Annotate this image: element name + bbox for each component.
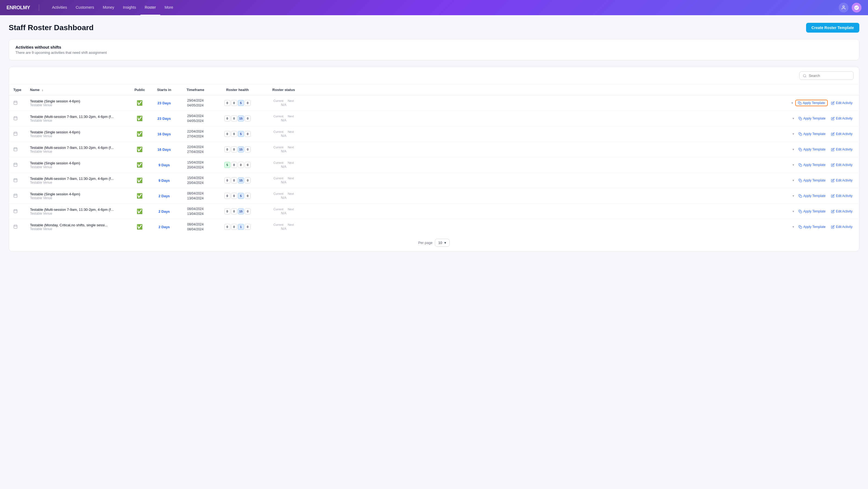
- edit-activity-button[interactable]: Edit Activity: [829, 162, 855, 168]
- svg-rect-42: [14, 225, 17, 228]
- cell-health: 0050: [213, 126, 262, 142]
- row-chevron-button[interactable]: ▾: [792, 208, 795, 214]
- table-row: Testable (Multi-session 7-9am, 11:30-2pm…: [9, 111, 859, 126]
- edit-activity-icon: [831, 117, 835, 120]
- roster-na-value: N/A: [281, 118, 286, 122]
- edit-activity-button[interactable]: Edit Activity: [829, 115, 855, 122]
- edit-activity-icon: [831, 163, 835, 167]
- row-chevron-button[interactable]: ▾: [792, 116, 795, 121]
- cell-starts-in: 2 Days: [151, 204, 178, 219]
- cell-name: Testable (Single session 4-6pm)Testable …: [26, 188, 129, 204]
- health-badge: 0: [224, 146, 230, 152]
- cell-actions: ▾ Apply Template Edit Activity: [305, 111, 859, 126]
- per-page-chevron: ▾: [444, 241, 446, 245]
- next-label: Next: [288, 115, 294, 118]
- nav-activities[interactable]: Activities: [48, 0, 71, 15]
- public-check-icon: ✅: [136, 131, 143, 136]
- cell-starts-in: 2 Days: [151, 188, 178, 204]
- health-badge: 15: [238, 208, 244, 214]
- col-header-health: Roster health: [213, 85, 262, 95]
- edit-activity-button[interactable]: Edit Activity: [829, 193, 855, 199]
- edit-activity-button[interactable]: Edit Activity: [829, 208, 855, 215]
- apply-template-button[interactable]: Apply Template: [796, 146, 828, 153]
- cell-type: [9, 95, 26, 111]
- current-label: Current: [274, 130, 283, 133]
- health-badge: 0: [224, 193, 230, 199]
- apply-template-button[interactable]: Apply Template: [795, 100, 828, 106]
- cell-public: ✅: [129, 111, 151, 126]
- per-page-select[interactable]: 10 ▾: [435, 239, 450, 247]
- nav-logo: ENROLMY: [6, 5, 30, 10]
- apply-template-button[interactable]: Apply Template: [796, 208, 828, 215]
- svg-rect-7: [14, 117, 17, 120]
- search-input[interactable]: [809, 73, 850, 78]
- table-row: Testable (Multi-session 7-9am, 11:30-2pm…: [9, 173, 859, 188]
- public-check-icon: ✅: [136, 147, 143, 152]
- row-chevron-button[interactable]: ▾: [792, 131, 795, 137]
- edit-activity-button[interactable]: Edit Activity: [829, 131, 855, 137]
- timeframe-dates: 15/04/202420/04/2024: [182, 160, 209, 170]
- apply-template-button[interactable]: Apply Template: [796, 223, 828, 230]
- cell-public: ✅: [129, 157, 151, 173]
- cell-starts-in: 9 Days: [151, 157, 178, 173]
- apply-template-icon: [799, 132, 802, 136]
- current-label: Current: [274, 208, 283, 211]
- apply-template-button[interactable]: Apply Template: [796, 177, 828, 184]
- action-buttons: ▾ Apply Template Edit Activity: [310, 162, 855, 168]
- row-chevron-button[interactable]: ▾: [792, 224, 795, 230]
- health-badges: 00150: [217, 177, 257, 183]
- nav-customers[interactable]: Customers: [71, 0, 99, 15]
- cell-health: 00150: [213, 204, 262, 219]
- search-box: [799, 71, 854, 80]
- avatar[interactable]: [852, 3, 862, 12]
- roster-na-value: N/A: [281, 149, 286, 153]
- nav-roster[interactable]: Roster: [141, 0, 160, 15]
- svg-point-1: [803, 74, 806, 77]
- activity-name: Testable (Multi-session 7-9am, 11:30-2pm…: [30, 115, 124, 119]
- svg-rect-2: [14, 101, 17, 104]
- cell-roster-status: Current Next N/A: [262, 111, 305, 126]
- edit-activity-button[interactable]: Edit Activity: [829, 223, 855, 230]
- cell-timeframe: 29/04/202404/05/2024: [178, 95, 213, 111]
- svg-rect-36: [800, 195, 802, 197]
- edit-activity-button[interactable]: Edit Activity: [829, 177, 855, 184]
- apply-template-button[interactable]: Apply Template: [796, 193, 828, 199]
- roster-status: Current Next N/A: [266, 177, 301, 184]
- action-buttons: ▾ Apply Template Edit Activity: [310, 208, 855, 215]
- activity-name: Testable (Multi-session 7-9am, 11:30-2pm…: [30, 177, 124, 181]
- nav-more[interactable]: More: [160, 0, 178, 15]
- health-badge: 5: [224, 162, 230, 168]
- starts-days-value: 2 Days: [158, 210, 170, 214]
- row-chevron-button[interactable]: ▾: [790, 100, 794, 106]
- create-roster-template-button[interactable]: Create Roster Template: [806, 23, 859, 33]
- alert-title: Activities without shifts: [16, 45, 852, 50]
- row-chevron-button[interactable]: ▾: [792, 177, 795, 183]
- cell-health: 0050: [213, 95, 262, 111]
- apply-template-button[interactable]: Apply Template: [796, 115, 828, 122]
- row-chevron-button[interactable]: ▾: [792, 162, 795, 168]
- health-badges: 00150: [217, 146, 257, 152]
- nav-money[interactable]: Money: [98, 0, 118, 15]
- cell-starts-in: 16 Days: [151, 126, 178, 142]
- roster-status-labels: Current Next: [274, 192, 294, 195]
- edit-activity-button[interactable]: Edit Activity: [829, 100, 855, 106]
- cell-type: [9, 173, 26, 188]
- cell-type: [9, 111, 26, 126]
- health-badges: 5000: [217, 162, 257, 168]
- cell-starts-in: 23 Days: [151, 111, 178, 126]
- action-buttons: ▾ Apply Template Edit Activity: [310, 115, 855, 122]
- apply-template-button[interactable]: Apply Template: [796, 162, 828, 168]
- apply-template-button[interactable]: Apply Template: [796, 131, 828, 137]
- nav-insights[interactable]: Insights: [118, 0, 140, 15]
- activity-name: Testable (Single session 4-6pm): [30, 99, 124, 103]
- cell-type: [9, 126, 26, 142]
- roster-status-labels: Current Next: [274, 208, 294, 211]
- row-chevron-button[interactable]: ▾: [792, 193, 795, 199]
- next-label: Next: [288, 177, 294, 180]
- roster-status: Current Next N/A: [266, 223, 301, 231]
- col-header-name[interactable]: Name ↓: [26, 85, 129, 95]
- edit-activity-button[interactable]: Edit Activity: [829, 146, 855, 153]
- notification-icon[interactable]: [839, 3, 848, 12]
- roster-status: Current Next N/A: [266, 130, 301, 138]
- row-chevron-button[interactable]: ▾: [792, 146, 795, 152]
